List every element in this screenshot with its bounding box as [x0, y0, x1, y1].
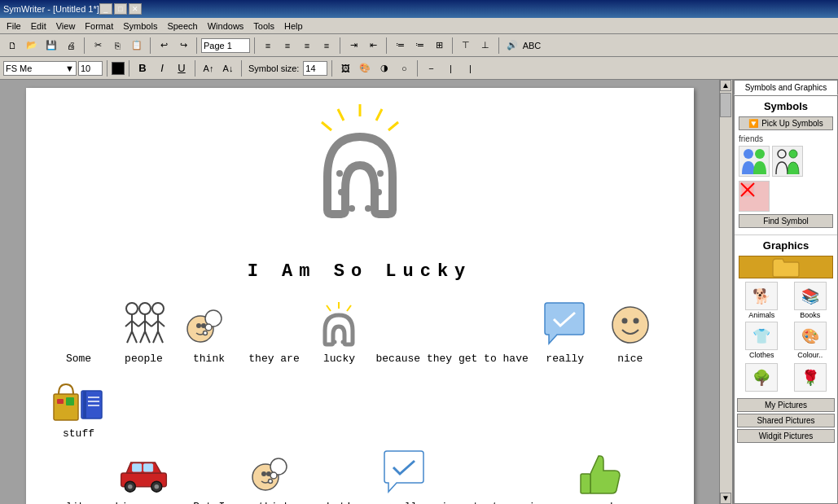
svg-point-8 — [375, 189, 382, 195]
document-canvas[interactable]: I Am So Lucky Some — [26, 88, 694, 504]
panel-content: Symbols 🔽 Pick Up Symbols friends — [734, 95, 838, 504]
graphics-folder-icon[interactable] — [739, 256, 833, 278]
align-right-button[interactable]: ≡ — [298, 37, 316, 55]
word-like: like — [50, 446, 107, 504]
font-size-selector[interactable]: 10 — [78, 61, 103, 76]
word-row-2: like — [50, 446, 669, 504]
outdent-button[interactable]: ⇤ — [364, 37, 382, 55]
tab-symbols-graphics[interactable]: Symbols and Graphics — [734, 80, 838, 95]
cursor-button[interactable]: | — [461, 59, 479, 77]
close-button[interactable]: ✕ — [129, 3, 142, 15]
underline-button[interactable]: U — [173, 59, 191, 77]
graphics-mypictures-thumb[interactable]: 🌳 — [739, 363, 785, 392]
widgit-pictures-button[interactable]: Widgit Pictures — [737, 429, 835, 443]
svg-line-28 — [158, 331, 163, 343]
text-above-button[interactable]: ⊤ — [457, 37, 475, 55]
redo-button[interactable]: ↪ — [174, 37, 192, 55]
menu-file[interactable]: File — [2, 20, 26, 33]
word-really1: really — [537, 298, 594, 365]
svg-point-10 — [377, 170, 384, 177]
panel-tabs: Symbols and Graphics — [734, 80, 838, 95]
symbol-size-selector[interactable]: 14 — [303, 61, 327, 76]
scroll-thumb[interactable] — [720, 93, 731, 117]
table-button[interactable]: ⊞ — [430, 37, 448, 55]
pickup-symbols-button[interactable]: 🔽 Pick Up Symbols — [739, 116, 833, 130]
svg-rect-53 — [144, 464, 153, 471]
svg-rect-44 — [57, 399, 64, 404]
spell-button[interactable]: ABC — [523, 37, 541, 55]
symbol-off-button[interactable]: ○ — [395, 59, 413, 77]
align-left-button[interactable]: ≡ — [259, 37, 277, 55]
svg-line-36 — [327, 305, 331, 311]
menu-windows[interactable]: Windows — [203, 20, 249, 33]
indent-button[interactable]: ⇥ — [344, 37, 362, 55]
graphics-animals[interactable]: 🐕 Animals — [739, 282, 785, 319]
graphics-colours[interactable]: 🎨 Colour.. — [788, 322, 834, 359]
page-indicator: Page 1 — [201, 38, 250, 53]
bullet-list-button[interactable]: ≔ — [391, 37, 409, 55]
symbol-red-cross[interactable] — [739, 181, 770, 212]
menu-view[interactable]: View — [51, 20, 81, 33]
sep6 — [386, 37, 387, 54]
svg-point-39 — [341, 340, 345, 344]
vertical-scrollbar[interactable]: ▲ ▼ — [719, 80, 732, 504]
open-button[interactable]: 📂 — [23, 37, 41, 55]
svg-line-25 — [151, 321, 158, 327]
bold-button[interactable]: B — [134, 59, 151, 77]
print-button[interactable]: 🖨 — [62, 37, 80, 55]
menu-edit[interactable]: Edit — [26, 20, 51, 33]
menu-format[interactable]: Format — [80, 20, 118, 33]
menu-tools[interactable]: Tools — [248, 20, 279, 33]
font-selector[interactable]: FS Me ▼ — [3, 61, 77, 76]
sep4 — [254, 37, 255, 54]
scroll-up-button[interactable]: ▲ — [720, 80, 731, 91]
minus-button[interactable]: − — [422, 59, 440, 77]
svg-point-34 — [204, 331, 208, 335]
svg-point-69 — [755, 149, 765, 159]
graphics-clothes[interactable]: 👕 Clothes — [739, 322, 785, 359]
align-center-button[interactable]: ≡ — [279, 37, 296, 55]
paste-button[interactable]: 📋 — [128, 37, 146, 55]
symbol-bw-button[interactable]: ◑ — [375, 59, 393, 77]
shared-pictures-button[interactable]: Shared Pictures — [737, 414, 835, 427]
toolbar2: FS Me ▼ 10 B I U A↑ A↓ Symbol size: 14 🖼… — [0, 57, 838, 80]
titlebar: SymWriter - [Untitled 1*] _ □ ✕ — [0, 0, 838, 18]
align-justify-button[interactable]: ≡ — [318, 37, 336, 55]
svg-line-2 — [376, 109, 382, 121]
text-below-button[interactable]: ⊥ — [476, 37, 494, 55]
text-size-up-button[interactable]: A↑ — [200, 59, 217, 77]
numbered-list-button[interactable]: ≔ — [410, 37, 428, 55]
copy-button[interactable]: ⎘ — [108, 37, 126, 55]
cut-button[interactable]: ✂ — [89, 37, 107, 55]
svg-line-21 — [140, 331, 145, 343]
find-symbol-button[interactable]: Find Symbol — [739, 214, 833, 228]
horseshoe-svg — [307, 104, 413, 234]
menu-help[interactable]: Help — [279, 20, 308, 33]
svg-point-38 — [333, 340, 337, 344]
speech-button[interactable]: 🔊 — [503, 37, 521, 55]
menu-speech[interactable]: Speech — [162, 20, 202, 33]
maximize-button[interactable]: □ — [114, 3, 127, 15]
text-size-down-button[interactable]: A↓ — [219, 59, 237, 77]
symbol-thumb-friends1[interactable] — [739, 146, 770, 177]
scroll-down-button[interactable]: ▼ — [720, 493, 731, 504]
svg-rect-64 — [581, 474, 590, 493]
document-area[interactable]: I Am So Lucky Some — [0, 80, 719, 504]
save-button[interactable]: 💾 — [42, 37, 60, 55]
italic-button[interactable]: I — [153, 59, 171, 77]
menu-symbols[interactable]: Symbols — [118, 20, 162, 33]
sep14 — [417, 60, 418, 77]
svg-line-20 — [145, 321, 151, 327]
graphics-books[interactable]: 📚 Books — [788, 282, 834, 319]
symbol-above-button[interactable]: 🖼 — [336, 59, 354, 77]
panel-bottom: My Pictures Shared Pictures Widgit Pictu… — [735, 396, 837, 445]
color-swatch[interactable] — [112, 62, 125, 75]
divider-button[interactable]: | — [441, 59, 459, 77]
undo-button[interactable]: ↩ — [155, 37, 173, 55]
graphics-flowers-thumb[interactable]: 🌹 — [788, 363, 834, 392]
symbol-color-button[interactable]: 🎨 — [356, 59, 374, 77]
symbol-thumb-friends2[interactable] — [772, 146, 803, 177]
new-button[interactable]: 🗋 — [3, 37, 21, 55]
minimize-button[interactable]: _ — [99, 3, 112, 15]
my-pictures-button[interactable]: My Pictures — [737, 398, 835, 412]
